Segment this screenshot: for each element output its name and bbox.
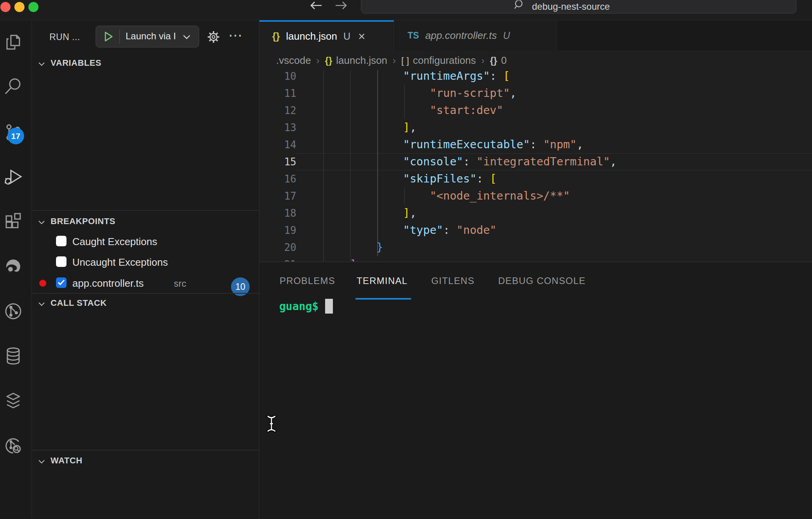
panel-border: [259, 261, 812, 262]
gear-icon[interactable]: [206, 29, 221, 45]
extensions-icon[interactable]: [4, 212, 23, 230]
explorer-icon[interactable]: [4, 33, 23, 51]
more-actions-icon[interactable]: ⋯: [228, 27, 242, 44]
section-divider: [32, 450, 259, 451]
code-line-11[interactable]: 11 "run-script",: [259, 85, 812, 102]
line-number[interactable]: 19: [259, 222, 296, 239]
checkbox-unchecked[interactable]: [56, 236, 66, 246]
check-icon: [57, 279, 65, 286]
panel-tab-gitlens[interactable]: GITLENS: [431, 275, 474, 286]
back-arrow-icon[interactable]: [310, 0, 323, 11]
panel-tab-terminal[interactable]: TERMINAL: [357, 275, 408, 286]
titlebar: debug-nest-source: [0, 0, 812, 20]
button-divider: [119, 29, 120, 44]
code-editor[interactable]: 10 "runtimeArgs": [11 "run-script",12 "s…: [259, 70, 812, 261]
vscode-window: debug-nest-source 17: [0, 0, 812, 519]
code-line-17[interactable]: 17 "<node_internals>/**": [259, 188, 812, 205]
tab-app-controller-ts[interactable]: TS app.controller.ts U: [394, 20, 557, 51]
line-number[interactable]: 20: [259, 239, 296, 256]
code-line-13[interactable]: 13 ],: [259, 119, 812, 136]
chevron-down-icon: [37, 300, 46, 308]
chevron-down-icon[interactable]: [182, 33, 191, 41]
line-number[interactable]: 10: [259, 70, 296, 85]
breakpoint-path: src: [174, 278, 186, 289]
activity-bar: 17: [0, 20, 32, 519]
bottom-panel: PROBLEMS TERMINAL GITLENS DEBUG CONSOLE …: [259, 261, 812, 519]
git-status-letter: U: [343, 31, 350, 42]
line-number[interactable]: 11: [259, 85, 296, 102]
code-line-10[interactable]: 10 "runtimeArgs": [: [259, 70, 812, 85]
edge-browser-icon[interactable]: [4, 257, 23, 276]
array-symbol-icon: [ ]: [401, 55, 409, 66]
debug-sidebar: RUN ... Launch via I ⋯ VARIABLES: [32, 20, 259, 519]
chevron-down-icon: [37, 60, 46, 68]
git-graph-icon[interactable]: [4, 302, 23, 321]
code-line-14[interactable]: 14 "runtimeExecutable": "npm",: [259, 136, 812, 153]
search-view-icon[interactable]: [4, 77, 23, 96]
close-tab-icon[interactable]: ×: [358, 30, 365, 44]
zoom-window-button[interactable]: [28, 2, 38, 12]
json-file-icon: {}: [272, 31, 280, 42]
panel-tab-debug-console[interactable]: DEBUG CONSOLE: [498, 275, 586, 286]
breakpoint-row-uncaught-exceptions[interactable]: Uncaught Exceptions: [32, 252, 259, 272]
code-line-12[interactable]: 12 "start:dev": [259, 102, 812, 119]
search-icon: [514, 0, 524, 11]
line-number[interactable]: 17: [259, 188, 296, 205]
line-number[interactable]: 15: [259, 153, 296, 170]
breadcrumb-file[interactable]: launch.json: [336, 54, 387, 67]
tab-launch-json[interactable]: {} launch.json U ×: [259, 20, 394, 51]
breakpoint-row-app-controller[interactable]: app.controller.ts src 10: [32, 273, 259, 293]
code-line-16[interactable]: 16 "skipFiles": [: [259, 170, 812, 188]
code-lines[interactable]: 10 "runtimeArgs": [11 "run-script",12 "s…: [259, 70, 812, 261]
breadcrumb-folder[interactable]: .vscode: [276, 54, 311, 67]
close-window-button[interactable]: [0, 2, 10, 12]
panel-tab-problems[interactable]: PROBLEMS: [280, 275, 335, 286]
typescript-file-icon: TS: [408, 30, 419, 41]
checkbox-unchecked[interactable]: [56, 256, 66, 267]
line-number[interactable]: 18: [259, 205, 296, 222]
minimize-window-button[interactable]: [14, 2, 24, 12]
gitlens-icon[interactable]: [4, 437, 23, 455]
line-number[interactable]: 16: [259, 170, 296, 188]
editor-tab-bar: {} launch.json U × TS app.controller.ts …: [259, 20, 812, 51]
search-text: debug-nest-source: [532, 0, 610, 13]
launch-config-button[interactable]: Launch via I: [96, 26, 199, 47]
code-line-20[interactable]: 20 }: [259, 239, 812, 256]
chevron-down-icon: [37, 457, 46, 466]
run-debug-icon[interactable]: [4, 167, 23, 186]
source-control-badge: 17: [7, 128, 24, 144]
breakpoint-row-caught-exceptions[interactable]: Caught Exceptions: [32, 231, 259, 252]
section-call-stack[interactable]: CALL STACK: [32, 296, 259, 310]
terminal-prompt: guang$: [279, 300, 318, 313]
breakpoint-dot-icon: [39, 280, 46, 287]
section-divider: [32, 293, 259, 294]
breadcrumb[interactable]: .vscode › {} launch.json › [ ] configura…: [259, 51, 812, 70]
database-icon[interactable]: [4, 347, 23, 365]
code-line-15[interactable]: 15 "console": "integratedTerminal",: [259, 153, 812, 170]
section-watch[interactable]: WATCH: [32, 454, 259, 468]
line-number[interactable]: 13: [259, 119, 296, 136]
active-tab-underline: [355, 298, 411, 300]
line-number[interactable]: 12: [259, 102, 296, 119]
git-status-letter: U: [503, 30, 510, 41]
object-symbol-icon: {}: [490, 55, 497, 66]
json-file-icon: {}: [325, 55, 332, 66]
chevron-down-icon: [37, 218, 46, 226]
start-debug-icon[interactable]: [103, 31, 114, 42]
checkbox-checked[interactable]: [56, 277, 66, 288]
breadcrumb-symbol[interactable]: configurations: [413, 54, 476, 67]
terminal-cursor[interactable]: [325, 299, 333, 314]
forward-arrow-icon[interactable]: [334, 0, 348, 11]
line-number[interactable]: 21: [259, 256, 296, 261]
section-variables[interactable]: VARIABLES: [32, 56, 259, 70]
breadcrumb-symbol[interactable]: 0: [501, 54, 506, 67]
code-line-19[interactable]: 19 "type": "node": [259, 222, 812, 239]
sidebar-title: RUN ...: [49, 32, 80, 42]
launch-config-label: Launch via I: [126, 26, 176, 46]
layers-icon[interactable]: [4, 391, 23, 410]
code-line-21[interactable]: 21 ]: [259, 256, 812, 261]
section-divider: [32, 210, 259, 211]
line-number[interactable]: 14: [259, 136, 296, 153]
code-line-18[interactable]: 18 ],: [259, 205, 812, 222]
section-breakpoints[interactable]: BREAKPOINTS: [32, 215, 259, 229]
